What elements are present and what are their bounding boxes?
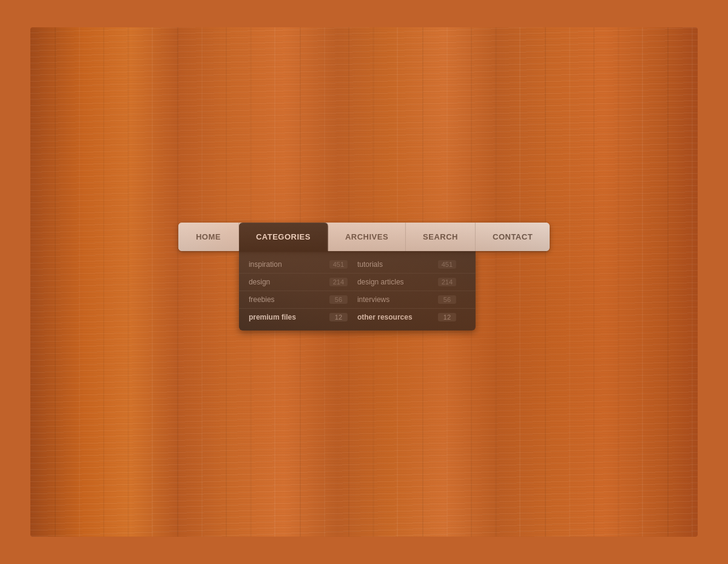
- dropdown-col-left: inspiration 451: [249, 260, 357, 269]
- category-label[interactable]: freebies: [249, 295, 329, 304]
- nav-item-archives[interactable]: ARCHIVES: [328, 223, 406, 251]
- category-count: 214: [438, 278, 456, 286]
- category-label[interactable]: premium files: [249, 313, 329, 321]
- dropdown-col-right: interviews 56: [357, 295, 466, 304]
- dropdown-row: freebies 56 interviews 56: [239, 291, 476, 309]
- category-count: 12: [438, 313, 456, 321]
- dropdown-col-right: tutorials 451: [357, 260, 466, 269]
- dropdown-col-left: premium files 12: [249, 313, 357, 321]
- category-label[interactable]: interviews: [357, 295, 438, 304]
- categories-dropdown: inspiration 451 tutorials 451 design 214…: [239, 251, 476, 331]
- nav-item-home[interactable]: HOME: [178, 223, 239, 251]
- wood-background: HOME CATEGORIES ARCHIVES SEARCH CONTACT …: [30, 27, 698, 537]
- nav-item-categories[interactable]: CATEGORIES: [239, 223, 328, 251]
- category-label[interactable]: inspiration: [249, 260, 329, 269]
- category-count: 451: [329, 260, 348, 269]
- category-count: 451: [438, 260, 456, 269]
- category-label[interactable]: tutorials: [357, 260, 438, 269]
- category-count: 56: [329, 295, 348, 304]
- category-label[interactable]: other resources: [357, 313, 438, 321]
- dropdown-row: premium files 12 other resources 12: [239, 309, 476, 326]
- dropdown-col-left: design 214: [249, 278, 357, 286]
- dropdown-col-right: design articles 214: [357, 278, 466, 286]
- nav-item-search[interactable]: SEARCH: [406, 223, 476, 251]
- nav-bar: HOME CATEGORIES ARCHIVES SEARCH CONTACT: [178, 223, 550, 251]
- category-count: 214: [329, 278, 348, 286]
- category-label[interactable]: design articles: [357, 278, 438, 286]
- category-label[interactable]: design: [249, 278, 329, 286]
- dropdown-col-left: freebies 56: [249, 295, 357, 304]
- category-count: 12: [329, 313, 348, 321]
- category-count: 56: [438, 295, 456, 304]
- dropdown-row: design 214 design articles 214: [239, 274, 476, 291]
- nav-item-contact[interactable]: CONTACT: [476, 223, 550, 251]
- dropdown-col-right: other resources 12: [357, 313, 466, 321]
- dropdown-row: inspiration 451 tutorials 451: [239, 256, 476, 274]
- nav-container: HOME CATEGORIES ARCHIVES SEARCH CONTACT …: [178, 223, 550, 331]
